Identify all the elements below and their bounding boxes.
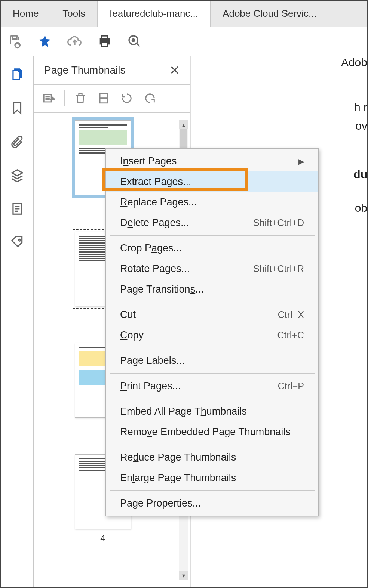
menu-page-transitions[interactable]: Page Transitions... bbox=[106, 279, 318, 300]
menu-separator bbox=[110, 373, 315, 374]
text-fragment: h r bbox=[354, 101, 367, 114]
separator bbox=[64, 90, 65, 106]
page-context-menu: Insert Pages ▶ Extract Pages... Replace … bbox=[105, 148, 319, 516]
menu-remove-embedded-thumbnails[interactable]: Remove Embedded Page Thumbnails bbox=[106, 422, 318, 442]
menu-label: Insert Pages bbox=[120, 155, 177, 167]
tab-label: Home bbox=[13, 8, 39, 19]
menu-embed-thumbnails[interactable]: Embed All Page Thumbnails bbox=[106, 401, 318, 422]
menu-insert-pages[interactable]: Insert Pages ▶ bbox=[106, 151, 318, 171]
menu-extract-pages[interactable]: Extract Pages... bbox=[106, 171, 318, 192]
search-icon[interactable] bbox=[126, 33, 143, 50]
menu-label: Enlarge Page Thumbnails bbox=[120, 472, 236, 484]
menu-separator bbox=[110, 302, 315, 302]
menu-label: Remove Embedded Page Thumbnails bbox=[120, 426, 291, 438]
menu-label: Page Labels... bbox=[120, 355, 185, 366]
tab-label: Adobe Cloud Servic... bbox=[223, 8, 316, 19]
menu-page-properties[interactable]: Page Properties... bbox=[106, 493, 318, 514]
menu-label: Reduce Page Thumbnails bbox=[120, 452, 236, 463]
insert-page-icon[interactable] bbox=[96, 91, 111, 106]
menu-page-labels[interactable]: Page Labels... bbox=[106, 350, 318, 371]
menu-label: Delete Pages... bbox=[120, 217, 189, 229]
bookmarks-icon[interactable] bbox=[9, 100, 25, 116]
text-fragment: du bbox=[353, 168, 367, 181]
svg-point-5 bbox=[132, 39, 135, 41]
delete-page-icon[interactable] bbox=[73, 91, 88, 106]
svg-rect-9 bbox=[100, 93, 107, 98]
menu-cut[interactable]: Cut Ctrl+X bbox=[106, 304, 318, 325]
menu-copy[interactable]: Copy Ctrl+C bbox=[106, 325, 318, 346]
text-fragment: Adob bbox=[341, 56, 367, 69]
menu-separator bbox=[110, 348, 315, 348]
menu-label: Crop Pages... bbox=[120, 242, 182, 254]
text-fragment: ob bbox=[355, 202, 367, 214]
menu-separator bbox=[110, 235, 315, 236]
svg-point-7 bbox=[18, 239, 20, 241]
menu-shortcut: Ctrl+P bbox=[278, 381, 304, 392]
svg-rect-2 bbox=[102, 36, 108, 39]
menu-delete-pages[interactable]: Delete Pages... Shift+Ctrl+D bbox=[106, 213, 318, 233]
tab-document[interactable]: featuredclub-manc... bbox=[97, 1, 211, 27]
thumbnail-label: 4 bbox=[100, 533, 105, 544]
menu-label: Print Pages... bbox=[120, 380, 181, 392]
menu-crop-pages[interactable]: Crop Pages... bbox=[106, 238, 318, 259]
menu-enlarge-thumbnails[interactable]: Enlarge Page Thumbnails bbox=[106, 468, 318, 488]
star-icon[interactable] bbox=[37, 33, 53, 50]
rotate-ccw-icon[interactable] bbox=[119, 91, 134, 106]
menu-label: Replace Pages... bbox=[120, 196, 197, 208]
attachments-icon[interactable] bbox=[9, 134, 25, 149]
menu-shortcut: Shift+Ctrl+D bbox=[253, 217, 304, 228]
menu-shortcut: Ctrl+C bbox=[277, 330, 304, 341]
thumbnails-toolbar bbox=[34, 85, 190, 113]
scroll-thumb[interactable] bbox=[180, 129, 187, 148]
close-panel-icon[interactable]: ✕ bbox=[169, 63, 180, 78]
menu-label: Copy bbox=[120, 329, 144, 341]
scroll-down-icon[interactable]: ▾ bbox=[179, 571, 188, 580]
svg-rect-3 bbox=[102, 43, 108, 46]
tab-bar: Home Tools featuredclub-manc... Adobe Cl… bbox=[1, 1, 367, 27]
rotate-cw-icon[interactable] bbox=[142, 91, 157, 106]
menu-separator bbox=[110, 490, 315, 491]
text-fragment: ov bbox=[355, 120, 367, 132]
menu-label: Extract Pages... bbox=[120, 176, 191, 188]
menu-label: Rotate Pages... bbox=[120, 263, 190, 275]
menu-label: Page Properties... bbox=[120, 498, 201, 509]
menu-replace-pages[interactable]: Replace Pages... bbox=[106, 192, 318, 213]
print-icon[interactable] bbox=[96, 33, 113, 50]
tags-icon[interactable] bbox=[9, 235, 25, 250]
navigation-sidebar bbox=[1, 56, 34, 587]
tab-cloud-services[interactable]: Adobe Cloud Servic... bbox=[211, 1, 328, 27]
menu-label: Cut bbox=[120, 309, 136, 321]
menu-rotate-pages[interactable]: Rotate Pages... Shift+Ctrl+R bbox=[106, 259, 318, 279]
menu-separator bbox=[110, 399, 315, 399]
panel-header: Page Thumbnails ✕ bbox=[34, 56, 190, 85]
svg-rect-10 bbox=[100, 99, 107, 103]
scroll-up-icon[interactable]: ▴ bbox=[179, 120, 188, 129]
submenu-arrow-icon: ▶ bbox=[298, 157, 304, 166]
menu-shortcut: Shift+Ctrl+R bbox=[253, 263, 304, 274]
menu-label: Embed All Page Thumbnails bbox=[120, 406, 247, 417]
tab-home[interactable]: Home bbox=[1, 1, 50, 27]
menu-label: Page Transitions... bbox=[120, 284, 204, 295]
menu-print-pages[interactable]: Print Pages... Ctrl+P bbox=[106, 376, 318, 396]
tab-label: featuredclub-manc... bbox=[110, 8, 198, 19]
menu-shortcut: Ctrl+X bbox=[278, 309, 304, 320]
panel-title: Page Thumbnails bbox=[44, 64, 125, 76]
tab-tools[interactable]: Tools bbox=[50, 1, 97, 27]
menu-separator bbox=[110, 445, 315, 445]
layers-icon[interactable] bbox=[9, 167, 25, 183]
options-menu-icon[interactable] bbox=[41, 91, 56, 106]
tab-label: Tools bbox=[62, 8, 85, 19]
main-toolbar bbox=[1, 27, 367, 56]
page-thumbnails-icon[interactable] bbox=[9, 66, 25, 82]
articles-icon[interactable] bbox=[9, 201, 25, 217]
menu-reduce-thumbnails[interactable]: Reduce Page Thumbnails bbox=[106, 447, 318, 468]
upload-cloud-icon[interactable] bbox=[67, 33, 83, 50]
save-to-cloud-icon[interactable] bbox=[7, 33, 23, 50]
